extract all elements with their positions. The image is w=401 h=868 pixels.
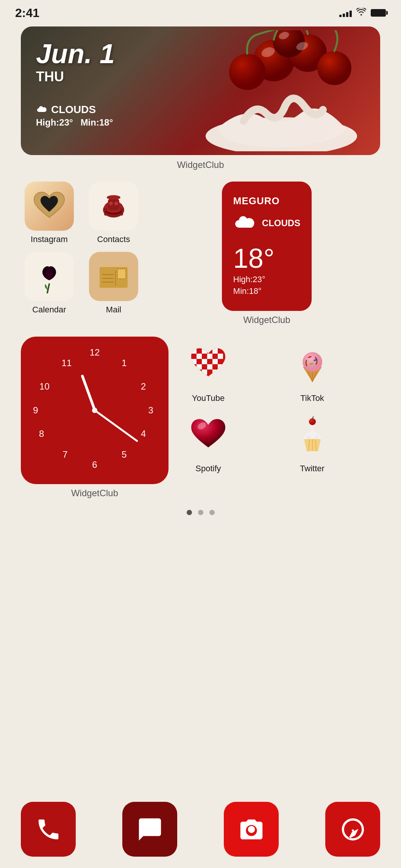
- weather-temp-row: 18° High:23° Min:18°: [233, 243, 275, 297]
- svg-line-67: [309, 357, 311, 357]
- svg-rect-40: [207, 354, 212, 359]
- page-dot-3: [209, 510, 215, 515]
- youtube-icon: [184, 340, 233, 390]
- right-apps-grid: YouTube: [180, 337, 380, 474]
- twitter-label: Twitter: [300, 464, 325, 474]
- app-calendar[interactable]: Calendar: [21, 252, 78, 315]
- clock-1: 1: [122, 358, 126, 368]
- svg-rect-35: [212, 348, 218, 354]
- svg-rect-41: [212, 354, 218, 359]
- spotify-label: Spotify: [195, 464, 221, 474]
- weather-widget-label: WidgetClub: [243, 315, 290, 325]
- wifi-icon: [356, 8, 366, 18]
- svg-line-22: [47, 284, 49, 293]
- instagram-label: Instagram: [31, 234, 68, 244]
- weather-temp: 18°: [233, 243, 275, 273]
- weather-hi-lo: High:23° Min:18°: [233, 274, 275, 297]
- svg-point-23: [46, 268, 52, 274]
- phone-icon: [35, 816, 62, 843]
- svg-point-18: [109, 202, 113, 205]
- battery-icon: [371, 9, 386, 17]
- clock-3: 3: [148, 405, 153, 416]
- status-time: 2:41: [15, 6, 39, 20]
- dock: [21, 802, 380, 857]
- main-content: Jun. 1 Thu Clouds High:23° Min:18° Widge…: [0, 23, 401, 515]
- clock-2: 2: [141, 381, 146, 392]
- signal-icon: [339, 9, 352, 17]
- weather-location: Meguro: [233, 195, 280, 207]
- status-bar: 2:41: [0, 0, 401, 23]
- svg-rect-51: [202, 364, 207, 370]
- dock-camera[interactable]: [224, 802, 279, 857]
- svg-rect-33: [202, 348, 207, 354]
- contacts-icon: [89, 182, 138, 231]
- dock-phone[interactable]: [21, 802, 76, 857]
- clock-7: 7: [62, 449, 67, 460]
- svg-rect-58: [207, 370, 212, 375]
- page-dots: [21, 510, 380, 515]
- clock-widget-container: 12 1 2 3 4 5 6 7 8: [21, 337, 169, 498]
- widget-day: Thu: [36, 69, 365, 85]
- svg-rect-29: [117, 269, 126, 279]
- clock-12: 12: [90, 347, 100, 358]
- widget-date: Jun. 1: [36, 40, 365, 67]
- spotify-icon: [184, 411, 233, 460]
- page-dot-2: [198, 510, 203, 515]
- app-twitter[interactable]: Twitter: [284, 411, 341, 474]
- app-contacts[interactable]: Contacts: [85, 182, 142, 244]
- first-app-row: Instagram: [21, 182, 380, 325]
- svg-line-69: [310, 363, 312, 364]
- clock-6: 6: [92, 460, 97, 470]
- clock-center-dot: [92, 408, 97, 413]
- compass-icon: [340, 816, 366, 843]
- widget-weather: Clouds High:23° Min:18°: [36, 104, 365, 128]
- svg-rect-54: [218, 364, 223, 370]
- svg-rect-37: [191, 354, 197, 359]
- messages-icon: [137, 816, 163, 843]
- app-youtube[interactable]: YouTube: [180, 340, 237, 403]
- svg-rect-31: [191, 348, 197, 354]
- second-row: 12 1 2 3 4 5 6 7 8: [21, 337, 380, 498]
- svg-rect-59: [212, 370, 218, 375]
- status-icons: [339, 8, 386, 18]
- svg-rect-48: [218, 359, 223, 364]
- svg-point-17: [107, 195, 120, 200]
- mail-icon: [89, 252, 138, 301]
- svg-rect-55: [191, 370, 197, 375]
- weather-condition-row: Clouds: [233, 214, 300, 231]
- app-spotify[interactable]: Spotify: [180, 411, 237, 474]
- app-tiktok[interactable]: TikTok: [284, 340, 341, 403]
- dock-messages[interactable]: [122, 802, 177, 857]
- app-instagram[interactable]: Instagram: [21, 182, 78, 244]
- top-date-widget[interactable]: Jun. 1 Thu Clouds High:23° Min:18°: [21, 26, 380, 155]
- clock-4: 4: [141, 429, 146, 439]
- svg-rect-44: [197, 359, 202, 364]
- widget-temp: High:23° Min:18°: [36, 117, 365, 128]
- svg-point-66: [303, 352, 322, 372]
- camera-icon: [238, 816, 265, 843]
- svg-point-75: [309, 418, 316, 425]
- clock-minute-hand: [94, 410, 138, 442]
- svg-rect-45: [202, 359, 207, 364]
- svg-rect-39: [202, 354, 207, 359]
- svg-rect-38: [197, 354, 202, 359]
- page-dot-1: [187, 510, 192, 515]
- svg-rect-46: [207, 359, 212, 364]
- svg-rect-43: [191, 359, 197, 364]
- instagram-icon: [25, 182, 74, 231]
- clock-8: 8: [39, 429, 44, 439]
- svg-rect-57: [202, 370, 207, 375]
- clock-11: 11: [62, 358, 72, 368]
- clock-hour-hand: [81, 374, 96, 410]
- svg-rect-53: [212, 364, 218, 370]
- youtube-label: YouTube: [192, 393, 225, 403]
- svg-rect-32: [197, 348, 202, 354]
- tiktok-icon: [288, 340, 337, 390]
- top-widget-label: WidgetClub: [21, 160, 380, 170]
- app-mail[interactable]: Mail: [85, 252, 142, 315]
- weather-widget[interactable]: Meguro Clouds 18° High:23° Min:18°: [222, 182, 312, 311]
- clock-widget[interactable]: 12 1 2 3 4 5 6 7 8: [21, 337, 169, 484]
- tiktok-label: TikTok: [300, 393, 324, 403]
- weather-widget-container: Meguro Clouds 18° High:23° Min:18° Widge…: [153, 182, 380, 325]
- dock-safari[interactable]: [325, 802, 380, 857]
